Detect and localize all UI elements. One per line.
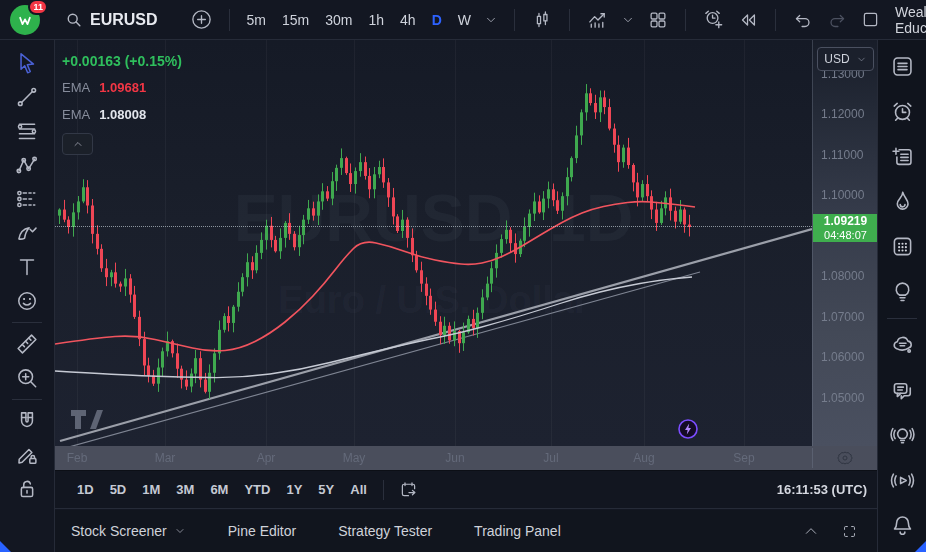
tool-lock-open[interactable] xyxy=(8,472,46,506)
chevron-down-icon xyxy=(856,54,867,65)
bar-countdown: 04:48:07 xyxy=(824,229,867,241)
gear-icon xyxy=(837,450,853,466)
tool-draw-lock[interactable] xyxy=(8,438,46,472)
chart-legend: +0.00163 (+0.15%) EMA 1.09681 EMA 1.0800… xyxy=(62,48,182,155)
range-3m[interactable]: 3M xyxy=(168,477,202,502)
tab-strategy-tester[interactable]: Strategy Tester xyxy=(338,523,432,539)
range-all[interactable]: All xyxy=(342,477,375,502)
widget-live-ideas[interactable] xyxy=(883,413,921,458)
widget-hotlist[interactable] xyxy=(883,179,921,224)
timeframe-more-chevron[interactable] xyxy=(478,9,504,31)
legend-collapse-button[interactable] xyxy=(62,133,93,155)
layout-grid-button[interactable] xyxy=(641,5,675,35)
widget-minds[interactable] xyxy=(883,323,921,368)
tool-cursor[interactable] xyxy=(8,46,46,80)
symbol-search-button[interactable]: EURUSD xyxy=(64,10,158,29)
plus-circle-icon xyxy=(190,8,213,31)
widget-chat[interactable] xyxy=(883,368,921,413)
tool-zoom-in[interactable] xyxy=(8,361,46,395)
rail-divider xyxy=(887,318,917,319)
range-5y[interactable]: 5Y xyxy=(310,477,342,502)
lightning-event-icon xyxy=(677,418,699,440)
timeframe-w[interactable]: W xyxy=(451,8,478,32)
zoom-in-icon xyxy=(14,365,40,391)
chevron-up-icon xyxy=(72,138,84,150)
tool-forecast[interactable] xyxy=(8,182,46,216)
range-ytd[interactable]: YTD xyxy=(236,477,278,502)
compare-add-symbol-button[interactable] xyxy=(184,4,219,35)
candlestick-chart-icon xyxy=(531,9,553,31)
tool-emoji[interactable] xyxy=(8,284,46,318)
bar-replay-button[interactable] xyxy=(731,5,765,35)
range-6m[interactable]: 6M xyxy=(202,477,236,502)
tab-pine-editor[interactable]: Pine Editor xyxy=(228,523,296,539)
tool-magnet[interactable] xyxy=(8,404,46,438)
month-tick-label: Aug xyxy=(633,451,654,465)
tab-label: Trading Panel xyxy=(474,523,561,539)
axis-settings-button[interactable] xyxy=(830,448,860,468)
tab-trading-panel[interactable]: Trading Panel xyxy=(474,523,561,539)
tradingview-logo-watermark[interactable] xyxy=(70,408,104,432)
price-tick-label: 1.05000 xyxy=(821,391,864,405)
ema-slow-value: 1.08008 xyxy=(99,107,146,122)
maximize-panel-button[interactable] xyxy=(835,519,863,543)
timeframe-4h[interactable]: 4h xyxy=(393,8,423,32)
timeframe-1h[interactable]: 1h xyxy=(361,8,391,32)
economic-event-marker[interactable] xyxy=(677,418,699,440)
range-1d[interactable]: 1D xyxy=(69,477,102,502)
ema-slow-label: EMA xyxy=(62,107,90,122)
multichart-grid-icon xyxy=(647,9,669,31)
ema-slow-row[interactable]: EMA 1.08008 xyxy=(62,101,182,128)
timeframe-15m[interactable]: 15m xyxy=(275,8,316,32)
range-5d[interactable]: 5D xyxy=(102,477,135,502)
timeframe-30m[interactable]: 30m xyxy=(318,8,359,32)
price-axis[interactable]: USD 1.130001.120001.110001.100001.080001… xyxy=(812,40,877,446)
session-clock[interactable]: 16:11:53 (UTC) xyxy=(777,482,867,497)
price-tick-label: 1.11000 xyxy=(821,148,864,162)
symbol-label: EURUSD xyxy=(90,11,158,29)
go-to-date-button[interactable] xyxy=(392,475,425,504)
widget-streams[interactable] xyxy=(883,458,921,503)
ema-fast-label: EMA xyxy=(62,80,90,95)
timeframe-d[interactable]: D xyxy=(425,8,449,32)
tool-ruler[interactable] xyxy=(8,327,46,361)
save-layout-button[interactable] xyxy=(854,5,887,34)
create-alert-button[interactable] xyxy=(696,4,731,35)
indicators-button[interactable] xyxy=(580,4,615,35)
redo-button[interactable] xyxy=(820,5,854,35)
date-range-toolbar: 1D5D1M3M6MYTD1Y5YAll 16:11:53 (UTC) xyxy=(55,470,877,509)
tool-brush[interactable] xyxy=(8,216,46,250)
widget-economic-calendar[interactable] xyxy=(883,224,921,269)
panel-expand-button[interactable] xyxy=(797,519,825,543)
tool-trend-line[interactable] xyxy=(8,80,46,114)
timeframe-5m[interactable]: 5m xyxy=(240,8,273,32)
widget-alert[interactable] xyxy=(883,89,921,134)
widget-watchlist[interactable] xyxy=(883,44,921,89)
bottom-right-resize-corner[interactable] xyxy=(915,541,926,552)
undo-button[interactable] xyxy=(786,5,820,35)
indicators-more-chevron[interactable] xyxy=(615,9,641,31)
time-axis[interactable]: FebMarAprMayJunJulAugSep xyxy=(55,446,877,470)
magnet-icon xyxy=(14,408,40,434)
tool-xabcd-pattern[interactable] xyxy=(8,148,46,182)
currency-unit-button[interactable]: USD xyxy=(817,47,874,71)
tool-fib-retracement[interactable] xyxy=(8,114,46,148)
broker-logo[interactable]: 11 xyxy=(10,5,40,35)
bottom-left-resize-corner[interactable] xyxy=(0,541,11,552)
widget-notes-add[interactable] xyxy=(883,134,921,179)
chart-type-button[interactable] xyxy=(525,5,559,35)
widget-ideas[interactable] xyxy=(883,269,921,314)
ema-fast-row[interactable]: EMA 1.09681 xyxy=(62,74,182,101)
redo-arrow-icon xyxy=(826,9,848,31)
forecast-icon xyxy=(14,186,40,212)
range-separator xyxy=(383,480,384,500)
tab-label: Stock Screener xyxy=(71,523,167,539)
tab-stock-screener[interactable]: Stock Screener xyxy=(71,523,186,539)
price-tick-label: 1.12000 xyxy=(821,107,864,121)
layout-name-label[interactable]: Wealthy Educ... xyxy=(895,4,926,36)
live-ideas-icon xyxy=(889,422,916,449)
range-1m[interactable]: 1M xyxy=(134,477,168,502)
range-1y[interactable]: 1Y xyxy=(278,477,310,502)
tool-text[interactable] xyxy=(8,250,46,284)
emoji-icon xyxy=(14,288,40,314)
